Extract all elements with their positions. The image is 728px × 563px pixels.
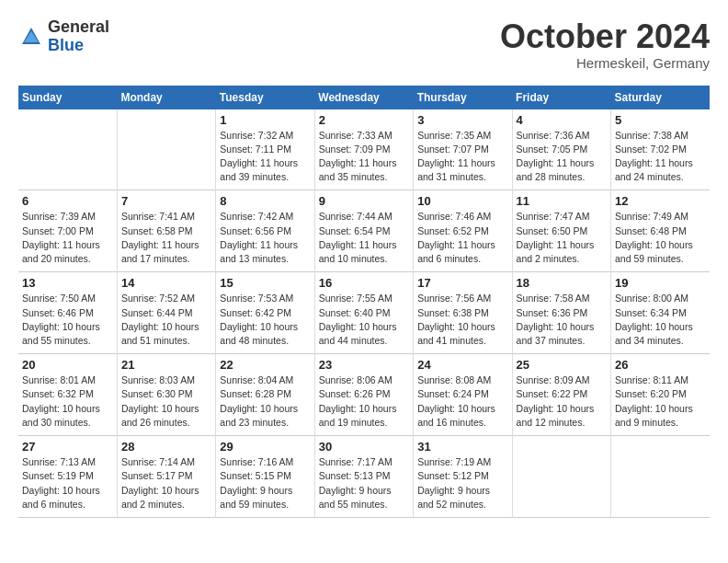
day-info: Sunrise: 7:36 AM Sunset: 7:05 PM Dayligh… [517, 129, 607, 185]
day-cell: 25Sunrise: 8:09 AM Sunset: 6:22 PM Dayli… [512, 354, 610, 436]
day-info: Sunrise: 7:14 AM Sunset: 5:17 PM Dayligh… [121, 455, 211, 511]
weekday-header-monday: Monday [117, 86, 215, 109]
week-row-1: 1Sunrise: 7:32 AM Sunset: 7:11 PM Daylig… [18, 109, 710, 190]
day-info: Sunrise: 7:19 AM Sunset: 5:12 PM Dayligh… [417, 455, 507, 511]
day-cell: 16Sunrise: 7:55 AM Sunset: 6:40 PM Dayli… [314, 272, 413, 354]
week-row-5: 27Sunrise: 7:13 AM Sunset: 5:19 PM Dayli… [18, 436, 710, 518]
day-number: 9 [319, 194, 409, 208]
week-row-3: 13Sunrise: 7:50 AM Sunset: 6:46 PM Dayli… [18, 272, 710, 354]
day-number: 28 [121, 440, 211, 454]
day-info: Sunrise: 7:58 AM Sunset: 6:36 PM Dayligh… [517, 292, 607, 348]
day-cell [18, 109, 117, 190]
day-number: 21 [121, 358, 211, 372]
day-number: 13 [22, 276, 113, 290]
day-number: 17 [417, 276, 507, 290]
weekday-header-saturday: Saturday [611, 86, 710, 109]
weekday-header-row: SundayMondayTuesdayWednesdayThursdayFrid… [18, 86, 710, 109]
day-cell: 6Sunrise: 7:39 AM Sunset: 7:00 PM Daylig… [18, 190, 117, 272]
day-cell: 11Sunrise: 7:47 AM Sunset: 6:50 PM Dayli… [512, 190, 610, 272]
day-cell: 28Sunrise: 7:14 AM Sunset: 5:17 PM Dayli… [117, 436, 215, 518]
day-cell: 15Sunrise: 7:53 AM Sunset: 6:42 PM Dayli… [216, 272, 314, 354]
day-number: 6 [22, 194, 113, 208]
day-info: Sunrise: 7:50 AM Sunset: 6:46 PM Dayligh… [22, 292, 113, 348]
logo-blue-text: Blue [48, 36, 84, 54]
day-number: 31 [417, 440, 507, 454]
week-row-4: 20Sunrise: 8:01 AM Sunset: 6:32 PM Dayli… [18, 354, 710, 436]
day-number: 2 [319, 113, 409, 127]
title-block: October 2024 Hermeskeil, Germany [500, 18, 710, 71]
day-info: Sunrise: 8:04 AM Sunset: 6:28 PM Dayligh… [220, 373, 310, 430]
day-cell: 29Sunrise: 7:16 AM Sunset: 5:15 PM Dayli… [216, 436, 314, 518]
day-cell: 13Sunrise: 7:50 AM Sunset: 6:46 PM Dayli… [18, 272, 117, 354]
day-cell: 31Sunrise: 7:19 AM Sunset: 5:12 PM Dayli… [414, 436, 512, 518]
day-cell: 21Sunrise: 8:03 AM Sunset: 6:30 PM Dayli… [117, 354, 215, 436]
day-cell [512, 436, 610, 518]
svg-marker-1 [24, 31, 39, 42]
page-header: General Blue October 2024 Hermeskeil, Ge… [18, 18, 710, 71]
day-number: 12 [615, 194, 706, 208]
day-info: Sunrise: 8:08 AM Sunset: 6:24 PM Dayligh… [417, 373, 507, 430]
day-info: Sunrise: 7:39 AM Sunset: 7:00 PM Dayligh… [22, 210, 113, 266]
day-cell: 23Sunrise: 8:06 AM Sunset: 6:26 PM Dayli… [314, 354, 413, 436]
day-info: Sunrise: 7:53 AM Sunset: 6:42 PM Dayligh… [220, 292, 310, 348]
day-info: Sunrise: 7:38 AM Sunset: 7:02 PM Dayligh… [615, 129, 706, 185]
week-row-2: 6Sunrise: 7:39 AM Sunset: 7:00 PM Daylig… [18, 190, 710, 272]
day-number: 7 [121, 194, 211, 208]
day-cell: 7Sunrise: 7:41 AM Sunset: 6:58 PM Daylig… [117, 190, 215, 272]
day-number: 29 [220, 440, 310, 454]
day-info: Sunrise: 7:13 AM Sunset: 5:19 PM Dayligh… [22, 455, 113, 511]
day-info: Sunrise: 7:41 AM Sunset: 6:58 PM Dayligh… [121, 210, 211, 266]
logo-general-text: General [48, 17, 109, 36]
day-cell: 3Sunrise: 7:35 AM Sunset: 7:07 PM Daylig… [414, 109, 512, 190]
day-number: 10 [417, 194, 507, 208]
day-cell: 17Sunrise: 7:56 AM Sunset: 6:38 PM Dayli… [414, 272, 512, 354]
weekday-header-sunday: Sunday [18, 86, 117, 109]
day-cell: 22Sunrise: 8:04 AM Sunset: 6:28 PM Dayli… [216, 354, 314, 436]
day-cell: 9Sunrise: 7:44 AM Sunset: 6:54 PM Daylig… [314, 190, 413, 272]
day-info: Sunrise: 7:56 AM Sunset: 6:38 PM Dayligh… [417, 292, 507, 348]
day-cell: 14Sunrise: 7:52 AM Sunset: 6:44 PM Dayli… [117, 272, 215, 354]
day-info: Sunrise: 8:00 AM Sunset: 6:34 PM Dayligh… [615, 292, 706, 348]
day-number: 20 [22, 358, 113, 372]
day-cell: 26Sunrise: 8:11 AM Sunset: 6:20 PM Dayli… [611, 354, 710, 436]
day-cell: 12Sunrise: 7:49 AM Sunset: 6:48 PM Dayli… [611, 190, 710, 272]
day-info: Sunrise: 7:32 AM Sunset: 7:11 PM Dayligh… [220, 129, 310, 185]
day-info: Sunrise: 7:35 AM Sunset: 7:07 PM Dayligh… [417, 129, 507, 185]
day-number: 23 [319, 358, 409, 372]
day-info: Sunrise: 7:16 AM Sunset: 5:15 PM Dayligh… [220, 455, 310, 511]
day-cell: 20Sunrise: 8:01 AM Sunset: 6:32 PM Dayli… [18, 354, 117, 436]
day-info: Sunrise: 7:47 AM Sunset: 6:50 PM Dayligh… [517, 210, 607, 266]
day-cell: 2Sunrise: 7:33 AM Sunset: 7:09 PM Daylig… [314, 109, 413, 190]
day-number: 19 [615, 276, 706, 290]
day-number: 30 [319, 440, 409, 454]
day-number: 5 [615, 113, 706, 127]
calendar-table: SundayMondayTuesdayWednesdayThursdayFrid… [18, 86, 710, 518]
day-number: 4 [517, 113, 607, 127]
day-number: 27 [22, 440, 113, 454]
day-number: 16 [319, 276, 409, 290]
day-number: 15 [220, 276, 310, 290]
day-info: Sunrise: 7:44 AM Sunset: 6:54 PM Dayligh… [319, 210, 409, 266]
day-number: 18 [517, 276, 607, 290]
location: Hermeskeil, Germany [500, 55, 710, 71]
logo: General Blue [18, 18, 109, 55]
day-cell: 30Sunrise: 7:17 AM Sunset: 5:13 PM Dayli… [314, 436, 413, 518]
day-number: 26 [615, 358, 706, 372]
day-cell [611, 436, 710, 518]
day-info: Sunrise: 7:46 AM Sunset: 6:52 PM Dayligh… [417, 210, 507, 266]
day-info: Sunrise: 7:42 AM Sunset: 6:56 PM Dayligh… [220, 210, 310, 266]
day-number: 24 [417, 358, 507, 372]
day-cell: 8Sunrise: 7:42 AM Sunset: 6:56 PM Daylig… [216, 190, 314, 272]
weekday-header-wednesday: Wednesday [314, 86, 413, 109]
day-info: Sunrise: 8:11 AM Sunset: 6:20 PM Dayligh… [615, 373, 706, 430]
day-cell: 1Sunrise: 7:32 AM Sunset: 7:11 PM Daylig… [216, 109, 314, 190]
day-info: Sunrise: 8:09 AM Sunset: 6:22 PM Dayligh… [517, 373, 607, 430]
weekday-header-friday: Friday [512, 86, 610, 109]
day-cell [117, 109, 215, 190]
day-info: Sunrise: 8:06 AM Sunset: 6:26 PM Dayligh… [319, 373, 409, 430]
day-number: 1 [220, 113, 310, 127]
day-cell: 18Sunrise: 7:58 AM Sunset: 6:36 PM Dayli… [512, 272, 610, 354]
day-number: 22 [220, 358, 310, 372]
day-info: Sunrise: 8:03 AM Sunset: 6:30 PM Dayligh… [121, 373, 211, 430]
weekday-header-thursday: Thursday [414, 86, 512, 109]
